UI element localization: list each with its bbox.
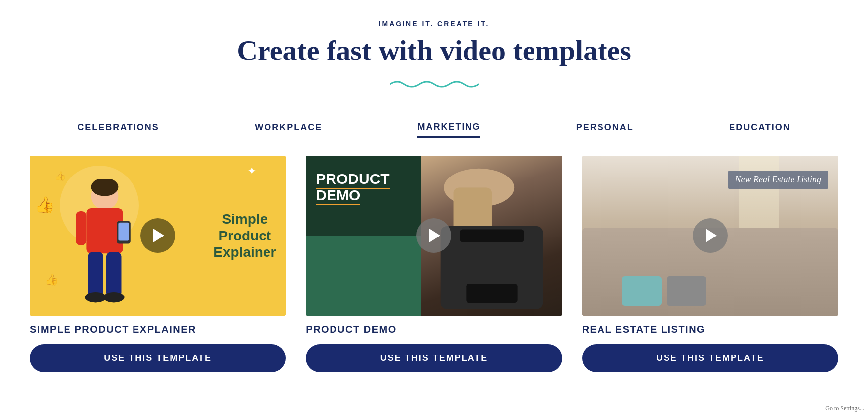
thumb-icon-3: 👍 — [55, 171, 66, 181]
play-button-2[interactable] — [416, 218, 451, 253]
card-real-estate: New Real Estate Listing REAL ESTATE LIST… — [582, 156, 838, 372]
tab-marketing[interactable]: MARKETING — [417, 122, 480, 138]
play-button-3[interactable] — [693, 218, 728, 253]
header-title: Create fast with video templates — [30, 35, 838, 66]
card-label-1: SIMPLE PRODUCT EXPLAINER — [30, 324, 286, 335]
play-triangle-3 — [706, 229, 717, 242]
cards-grid: 👍 👍 👍 ✦ — [30, 156, 838, 372]
tabs-nav: CELEBRATIONS WORKPLACE MARKETING PERSONA… — [30, 122, 838, 138]
tab-workplace[interactable]: WORKPLACE — [255, 122, 322, 137]
tab-personal[interactable]: PERSONAL — [576, 122, 634, 137]
card-product-demo: PRODUCT DEMO PRODUCT DEMO USE THIS TEMPL… — [306, 156, 562, 372]
card-thumbnail-1[interactable]: 👍 👍 👍 ✦ — [30, 156, 286, 316]
thumb-icon-1: 👍 — [35, 195, 55, 214]
wave-decoration — [390, 78, 479, 90]
plus-icon: ✦ — [247, 165, 256, 177]
card-simple-product-explainer: 👍 👍 👍 ✦ — [30, 156, 286, 372]
svg-rect-5 — [76, 211, 86, 245]
play-triangle-2 — [429, 229, 440, 242]
demo-line1b: ODUCT — [336, 171, 390, 189]
svg-point-9 — [103, 292, 125, 302]
demo-text-overlay: PRODUCT DEMO — [316, 171, 389, 203]
listing-badge: New Real Estate Listing — [728, 171, 828, 189]
svg-rect-7 — [106, 252, 121, 297]
tab-education[interactable]: EDUCATION — [729, 122, 791, 137]
use-template-button-1[interactable]: USE THIS TEMPLATE — [30, 344, 286, 372]
cushion-1 — [622, 276, 662, 306]
cushion-2 — [667, 276, 706, 306]
card-text-overlay-1: SimpleProductExplainer — [213, 211, 276, 261]
play-triangle-1 — [153, 229, 164, 242]
person-figure — [74, 179, 135, 315]
use-template-button-2[interactable]: USE THIS TEMPLATE — [306, 344, 562, 372]
demo-line1: PR — [316, 171, 336, 189]
use-template-button-3[interactable]: USE THIS TEMPLATE — [582, 344, 838, 372]
card-thumbnail-2[interactable]: PRODUCT DEMO — [306, 156, 562, 316]
page-wrapper: IMAGINE IT. CREATE IT. Create fast with … — [0, 0, 868, 372]
tab-celebrations[interactable]: CELEBRATIONS — [77, 122, 159, 137]
svg-rect-14 — [466, 284, 517, 303]
card-label-3: REAL ESTATE LISTING — [582, 324, 838, 335]
demo-line2: DEMO — [316, 187, 360, 205]
svg-rect-13 — [460, 229, 524, 242]
header-tagline: IMAGINE IT. CREATE IT. — [30, 20, 838, 28]
svg-rect-4 — [118, 223, 129, 241]
svg-rect-6 — [88, 252, 103, 297]
header: IMAGINE IT. CREATE IT. Create fast with … — [30, 20, 838, 107]
play-button-1[interactable] — [140, 218, 175, 253]
thumb-icon-2: 👍 — [45, 273, 58, 286]
card-thumbnail-3[interactable]: New Real Estate Listing — [582, 156, 838, 316]
svg-point-8 — [85, 292, 106, 302]
card-label-2: PRODUCT DEMO — [306, 324, 562, 335]
